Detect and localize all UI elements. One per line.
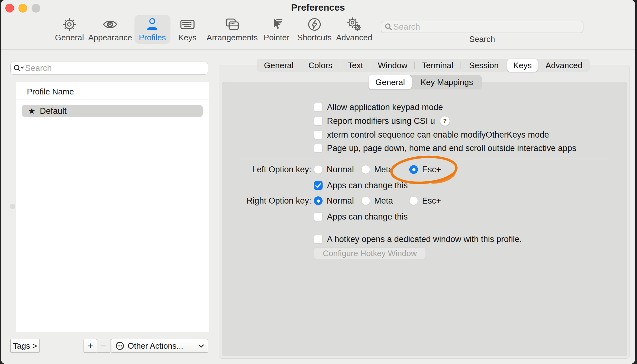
tab-terminal[interactable]: Terminal	[415, 59, 461, 72]
right-option-key-label: Right Option key:	[220, 196, 311, 206]
tab-colors[interactable]: Colors	[301, 59, 340, 72]
help-button[interactable]: ?	[440, 116, 450, 126]
tab-session[interactable]: Session	[461, 59, 507, 72]
cursor-icon	[269, 17, 284, 32]
search-with-dropdown-icon	[13, 64, 24, 72]
configure-hotkey-window-button[interactable]: Configure Hotkey Window	[314, 247, 426, 259]
modify-other-keys-label[interactable]: xterm control sequence can enable modify…	[327, 130, 549, 140]
left-apps-change-checkbox[interactable]	[314, 181, 323, 190]
toolbar-divider	[1, 49, 635, 50]
toolbar-label: Arrangements	[206, 33, 257, 43]
ellipsis-circle-icon	[115, 341, 125, 351]
left-option-key-row: Left Option key: Normal Meta Esc+	[220, 163, 441, 176]
tab-window[interactable]: Window	[371, 59, 414, 72]
right-apps-change-checkbox[interactable]	[314, 212, 323, 221]
window-title: Preferences	[1, 2, 635, 13]
right-option-key-row: Right Option key: Normal Meta Esc+	[220, 195, 441, 207]
profile-search-input[interactable]	[24, 63, 205, 73]
eye-icon	[103, 17, 118, 32]
profile-tabs: General Colors Text Window Terminal Sess…	[257, 59, 590, 72]
left-option-meta-radio[interactable]	[361, 165, 370, 174]
left-option-meta-label[interactable]: Meta	[374, 165, 409, 174]
subtab-general[interactable]: General	[369, 75, 412, 89]
tab-keys[interactable]: Keys	[507, 59, 538, 72]
toolbar-item-pointer[interactable]: Pointer	[259, 15, 294, 44]
toolbar-item-keys[interactable]: Keys	[174, 15, 201, 44]
preferences-window: Preferences General Appearance Profiles …	[1, 0, 635, 364]
other-actions-label: Other Actions...	[128, 341, 183, 351]
right-option-normal-label[interactable]: Normal	[327, 196, 361, 206]
left-apps-change-row: Apps can change this	[314, 179, 408, 192]
add-profile-button[interactable]: +	[84, 339, 97, 353]
toolbar-item-profiles[interactable]: Profiles	[135, 15, 171, 44]
tab-advanced[interactable]: Advanced	[538, 59, 590, 72]
profile-list: Profile Name ★ Default	[16, 82, 209, 332]
gears-icon	[347, 17, 362, 32]
toolbar-search-caption: Search	[438, 34, 526, 44]
gear-icon	[62, 17, 77, 32]
header-divider	[16, 99, 209, 99]
chevron-down-icon	[198, 344, 204, 348]
right-option-meta-radio[interactable]	[361, 196, 370, 205]
hotkey-label[interactable]: A hotkey opens a dedicated window with t…	[327, 235, 522, 244]
csi-u-label[interactable]: Report modifiers using CSI u	[327, 116, 435, 126]
section-divider	[236, 158, 611, 158]
tab-text[interactable]: Text	[340, 59, 371, 72]
toolbar-item-shortcuts[interactable]: Shortcuts	[293, 15, 336, 44]
remove-profile-button[interactable]: −	[97, 339, 110, 353]
left-option-normal-radio[interactable]	[314, 165, 323, 174]
toolbar-label: General	[55, 33, 84, 43]
csi-u-row: Report modifiers using CSI u ?	[314, 115, 450, 127]
hotkey-row: A hotkey opens a dedicated window with t…	[314, 233, 522, 245]
section-divider	[236, 227, 611, 227]
toolbar-search-field[interactable]	[381, 21, 583, 33]
right-option-normal-radio[interactable]	[314, 196, 323, 205]
splitter-handle[interactable]	[10, 204, 15, 209]
person-icon	[145, 17, 160, 32]
toolbar-label: Keys	[178, 33, 196, 43]
toolbar-item-arrangements[interactable]: Arrangements	[202, 15, 262, 44]
profile-list-header: Profile Name	[27, 87, 74, 97]
toolbar-item-appearance[interactable]: Appearance	[84, 15, 136, 44]
right-option-meta-label[interactable]: Meta	[374, 196, 409, 206]
hotkey-checkbox[interactable]	[314, 235, 323, 244]
toolbar-label: Pointer	[264, 33, 289, 43]
toolbar-label: Advanced	[336, 33, 372, 43]
toolbar-label: Appearance	[88, 33, 132, 43]
right-option-esc-radio[interactable]	[409, 196, 418, 205]
toolbar-search-input[interactable]	[393, 22, 580, 32]
toolbar-label: Profiles	[139, 33, 166, 43]
page-scroll-row: Page up, page down, home and end scroll …	[314, 142, 576, 154]
modify-other-keys-row: xterm control sequence can enable modify…	[314, 129, 549, 141]
search-icon	[385, 23, 393, 31]
keypad-mode-row: Allow application keypad mode	[314, 101, 443, 114]
toolbar-item-general[interactable]: General	[51, 15, 89, 44]
subtab-key-mappings[interactable]: Key Mappings	[412, 75, 482, 89]
keypad-mode-label[interactable]: Allow application keypad mode	[327, 103, 443, 112]
right-option-esc-label[interactable]: Esc+	[422, 196, 441, 206]
left-option-key-label: Left Option key:	[220, 165, 311, 174]
toolbar-item-advanced[interactable]: Advanced	[332, 15, 377, 44]
lightning-icon	[307, 17, 322, 32]
profile-search-field[interactable]	[10, 62, 208, 75]
default-star-icon: ★	[28, 106, 35, 116]
toolbar-label: Shortcuts	[297, 33, 332, 43]
left-option-normal-label[interactable]: Normal	[327, 165, 361, 174]
left-apps-change-label[interactable]: Apps can change this	[327, 181, 408, 190]
page-scroll-label[interactable]: Page up, page down, home and end scroll …	[327, 144, 576, 153]
right-apps-change-label[interactable]: Apps can change this	[327, 212, 408, 222]
left-option-esc-radio[interactable]	[409, 165, 418, 174]
other-actions-dropdown[interactable]: Other Actions...	[111, 339, 208, 353]
profile-row-default[interactable]: ★ Default	[22, 105, 203, 117]
modify-other-keys-checkbox[interactable]	[314, 130, 323, 139]
csi-u-checkbox[interactable]	[314, 117, 323, 125]
keyboard-icon	[180, 17, 195, 32]
right-apps-change-row: Apps can change this	[314, 210, 408, 223]
keys-subtabs: General Key Mappings	[369, 75, 482, 89]
profile-name: Default	[40, 106, 67, 116]
keypad-mode-checkbox[interactable]	[314, 103, 323, 112]
tags-button[interactable]: Tags >	[10, 339, 40, 353]
tab-general[interactable]: General	[257, 59, 301, 72]
page-scroll-checkbox[interactable]	[314, 144, 323, 153]
left-option-esc-label[interactable]: Esc+	[422, 165, 441, 174]
